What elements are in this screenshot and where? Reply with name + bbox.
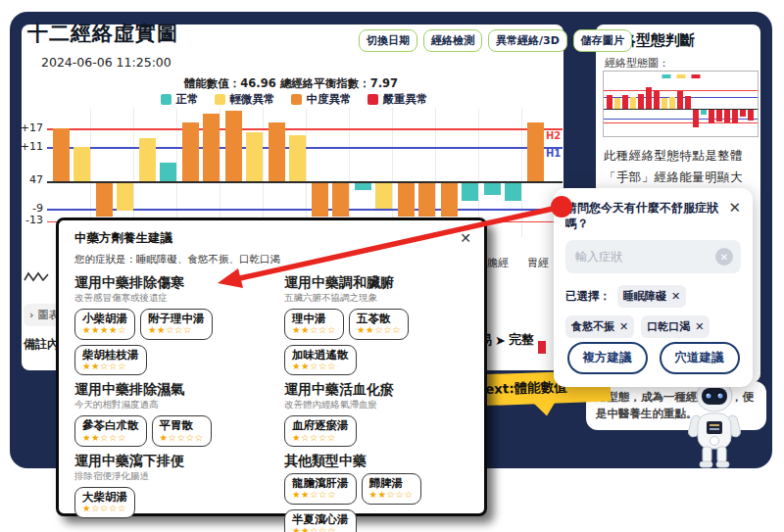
close-icon[interactable]: ✕ <box>728 199 741 217</box>
tag-remove-icon[interactable]: ✕ <box>695 320 704 333</box>
remedy-sections: 運用中藥排除傷寒改善感冒傷寒或後遺症小柴胡湯★★★★☆附子理中湯★★☆☆☆柴胡桂… <box>74 274 468 532</box>
chart-bar <box>74 147 90 181</box>
chart-bar <box>375 181 392 209</box>
remedy-name: 大柴胡湯 <box>82 490 127 504</box>
remedy-rating: ★☆☆☆☆ <box>160 433 204 443</box>
legend-fragment <box>538 341 546 354</box>
selected-symptoms-area: 已選擇： 睡眠障礙✕食慾不振✕口乾口渴✕ <box>565 285 741 338</box>
mini-chart-bar <box>630 97 636 109</box>
view-toggle-right-label: 完整 <box>509 331 534 349</box>
page-title: 十二經絡虛實圖 <box>27 20 178 47</box>
remedy-section-title: 運用中藥排除濕氣 <box>74 381 259 398</box>
remedy-row: 理中湯★★☆☆☆五苓散★★☆☆☆加味逍遙散★★☆☆☆ <box>284 309 468 376</box>
remedy-rating: ★★☆☆☆ <box>148 325 205 335</box>
remedy-button[interactable]: 柴胡桂枝湯★★☆☆☆ <box>74 345 147 376</box>
remedy-button[interactable]: 平胃散★☆☆☆☆ <box>152 415 212 447</box>
robot-assistant[interactable] <box>662 376 766 470</box>
remedy-rating: ★★☆☆☆ <box>292 325 336 335</box>
mini-chart-bar <box>732 109 738 123</box>
symptom-input[interactable]: 輸入症狀 ✕ <box>565 240 741 273</box>
remedy-row: 大柴胡湯★☆☆☆☆ <box>74 487 259 518</box>
remedy-button[interactable]: 參苓白朮散★★☆☆☆ <box>74 415 147 447</box>
chart-baseline <box>47 181 563 183</box>
remedy-rating: ★★☆☆☆ <box>292 526 349 532</box>
remedy-rating: ★★☆☆☆ <box>292 362 349 371</box>
remedy-section: 運用中藥排除傷寒改善感冒傷寒或後遺症小柴胡湯★★★★☆附子理中湯★★☆☆☆柴胡桂… <box>74 274 259 375</box>
remedy-button[interactable]: 五苓散★★☆☆☆ <box>349 309 409 340</box>
view-mode-toggle[interactable]: 易 ➤ 完整 <box>479 331 534 349</box>
mini-chart-bar <box>748 109 754 121</box>
symptom-dialog: 請問您今天有什麼不舒服症狀嗎？ ✕ 輸入症狀 ✕ 已選擇： 睡眠障礙✕食慾不振✕… <box>554 188 753 387</box>
chart-bar <box>484 181 501 195</box>
remedy-button[interactable]: 附子理中湯★★☆☆☆ <box>140 309 213 340</box>
remedy-rating: ★★☆☆☆ <box>357 325 401 335</box>
header-button-row: 切換日期經絡檢測異常經絡/3D儲存圖片 <box>359 29 632 52</box>
remedy-section-subtitle: 改善感冒傷寒或後遺症 <box>74 292 259 305</box>
mini-chart-bar <box>724 109 730 122</box>
legend-item: 輕微異常 <box>215 92 275 107</box>
legend-label: 正常 <box>176 92 199 107</box>
selected-label: 已選擇： <box>565 289 611 304</box>
remedy-name: 血府逐瘀湯 <box>292 418 349 432</box>
remedy-button[interactable]: 理中湯★★☆☆☆ <box>284 309 344 340</box>
remedy-button[interactable]: 血府逐瘀湯★☆☆☆☆ <box>284 415 357 447</box>
remedy-button[interactable]: 加味逍遙散★★☆☆☆ <box>284 345 357 376</box>
symptom-tag[interactable]: 口乾口渴✕ <box>641 315 710 338</box>
remedy-button[interactable]: 大柴胡湯★☆☆☆☆ <box>74 487 135 518</box>
tag-remove-icon[interactable]: ✕ <box>619 320 628 333</box>
chart-bar <box>312 181 328 217</box>
chevron-right-icon: › <box>29 309 33 321</box>
header-button-1[interactable]: 經絡檢測 <box>423 29 482 52</box>
mini-legend-mild-chip <box>676 74 685 78</box>
chart-bar <box>53 128 70 181</box>
header-button-0[interactable]: 切換日期 <box>359 29 417 52</box>
mini-legend-normal-chip <box>662 74 670 78</box>
legend-label: 輕微異常 <box>230 92 275 107</box>
header-button-3[interactable]: 儲存圖片 <box>573 29 632 52</box>
remedy-rating: ★☆☆☆☆ <box>82 504 127 513</box>
symptom-tag-label: 食慾不振 <box>571 319 614 334</box>
header-button-2[interactable]: 異常經絡/3D <box>488 29 567 52</box>
remedy-name: 參苓白朮散 <box>82 418 139 432</box>
chart-bar <box>527 122 544 181</box>
remedy-section-title: 運用中藥排除傷寒 <box>74 274 259 291</box>
close-icon[interactable]: ✕ <box>460 230 471 246</box>
symptom-tag-label: 睡眠障礙 <box>623 289 666 304</box>
chart-bar <box>462 181 478 201</box>
mini-chart-bar <box>685 96 691 109</box>
symptom-tag[interactable]: 食慾不振✕ <box>565 315 634 338</box>
mini-chart-bar <box>614 98 620 109</box>
remedy-name: 附子理中湯 <box>148 312 205 325</box>
symptom-tag[interactable]: 睡眠障礙✕ <box>617 285 686 308</box>
chart-bar <box>398 181 415 217</box>
remedy-rating: ★★☆☆☆ <box>369 490 414 500</box>
remedy-button[interactable]: 龍膽瀉肝湯★★☆☆☆ <box>284 473 357 505</box>
remedy-name: 理中湯 <box>292 312 336 325</box>
remedy-section-subtitle: 改善體內經絡氣滯血瘀 <box>284 399 468 411</box>
legend-swatch <box>161 94 172 105</box>
mini-chart-bar <box>662 98 667 109</box>
remedy-name: 小柴胡湯 <box>82 312 127 325</box>
remedy-button[interactable]: 歸脾湯★★☆☆☆ <box>362 473 421 505</box>
herb-recommendation-modal: 中藥方劑養生建議 ✕ 您的症狀是：睡眠障礙、食慾不振、口乾口渴 運用中藥排除傷寒… <box>56 218 487 516</box>
chart-bar <box>269 122 285 181</box>
chart-bar <box>96 181 113 217</box>
clear-input-icon[interactable]: ✕ <box>715 248 733 266</box>
remedy-button[interactable]: 半夏瀉心湯★★☆☆☆ <box>284 509 357 532</box>
pattern-chart-label: 經絡型態圖： <box>605 56 669 71</box>
suggestion-button-0[interactable]: 複方建議 <box>567 342 648 374</box>
chart-bar <box>203 114 220 181</box>
y-axis-tick: 47 <box>14 173 43 186</box>
tag-remove-icon[interactable]: ✕ <box>671 290 680 303</box>
remedy-section: 運用中藥調和臟腑五臟六腑不協調之現象理中湯★★☆☆☆五苓散★★☆☆☆加味逍遙散★… <box>284 274 468 375</box>
legend-item: 嚴重異常 <box>368 92 428 107</box>
remedy-name: 半夏瀉心湯 <box>292 512 349 526</box>
chart-bar <box>441 181 458 217</box>
remedy-button[interactable]: 小柴胡湯★★★★☆ <box>74 309 135 340</box>
chart-bar <box>117 181 133 211</box>
remedy-row: 血府逐瘀湯★☆☆☆☆ <box>284 415 468 447</box>
suggestion-button-1[interactable]: 穴道建議 <box>660 342 740 374</box>
pattern-mini-chart <box>603 71 759 137</box>
pattern-description: 此種經絡型態特點是整體「手部」經絡能量明顯大於「腳 <box>604 145 753 192</box>
remedy-rating: ★☆☆☆☆ <box>292 433 349 443</box>
